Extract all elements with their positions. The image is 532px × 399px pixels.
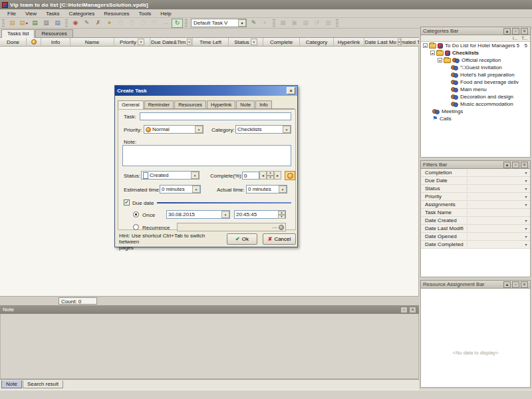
column-estimated-time[interactable]: Estimated Time — [402, 38, 419, 46]
pin-icon[interactable]: ▫ — [512, 162, 519, 168]
chevron-down-icon[interactable]: ▾ — [522, 170, 530, 175]
menu-resources[interactable]: Resources — [99, 10, 134, 17]
timer-button[interactable] — [285, 171, 295, 180]
paste-icon[interactable]: □ — [138, 19, 149, 28]
filter-status[interactable]: Status▾ — [421, 185, 530, 193]
tree-item-official-reception[interactable]: Official reception — [421, 57, 530, 64]
chevron-down-icon[interactable]: ▾ — [522, 226, 530, 231]
group-icon[interactable]: ▤ — [300, 19, 311, 28]
tab-general[interactable]: General — [118, 100, 144, 109]
complete-spinner[interactable]: ▲▼ — [267, 171, 274, 180]
tree-item-meetings[interactable]: Meetings — [421, 108, 530, 115]
recurrence-radio[interactable] — [133, 224, 139, 230]
due-date-filter-icon[interactable]: ▾ — [187, 39, 192, 45]
task-view-dropdown-icon[interactable]: ▾ — [238, 19, 246, 27]
spin-down-icon[interactable]: ▼ — [278, 215, 285, 219]
close-icon[interactable]: × — [409, 307, 416, 313]
filter-completion[interactable]: Completion▾ — [421, 169, 530, 177]
comment-icon[interactable]: ▣ — [289, 19, 300, 28]
tab-reminder[interactable]: Reminder — [144, 100, 174, 108]
menu-categories[interactable]: Categories — [65, 10, 100, 17]
chevron-down-icon[interactable]: ▾ — [522, 202, 530, 207]
column-status[interactable]: Status▾ — [229, 38, 263, 46]
tree-item-music-accommodation[interactable]: Music accommodation — [421, 100, 530, 108]
toolbar-grip[interactable] — [273, 19, 275, 27]
menu-help[interactable]: Help — [156, 10, 176, 17]
note-textarea[interactable] — [122, 145, 291, 166]
chevron-down-icon[interactable]: ▾ — [522, 178, 530, 183]
open-dropdown-icon[interactable]: ▾ — [26, 21, 28, 25]
toolbar-grip[interactable] — [185, 19, 188, 27]
ok-button[interactable]: ✔ Ok — [227, 233, 257, 245]
once-time-spinbox[interactable]: 20:45:45 ▲▼ — [234, 210, 286, 219]
columns-icon[interactable]: ▦ — [277, 19, 289, 28]
column-complete[interactable]: Complete — [263, 38, 300, 46]
collapse-icon[interactable]: ▴ — [503, 162, 511, 168]
column-date-last-modified[interactable]: Date Last Mo▾ — [364, 38, 402, 46]
toolbar-grip[interactable] — [336, 19, 338, 27]
complete-task-icon[interactable]: ● — [104, 19, 115, 28]
tree-item-calls[interactable]: ⚑ Calls — [421, 115, 530, 122]
chevron-down-icon[interactable]: ▾ — [522, 218, 530, 223]
column-name[interactable]: Name — [70, 38, 114, 46]
close-icon[interactable]: × — [521, 162, 528, 168]
filter-date-completed[interactable]: Date Completed▾ — [421, 241, 530, 249]
undo-icon[interactable]: ↺ — [311, 19, 323, 28]
tab-hyperlink[interactable]: Hyperlink — [207, 100, 235, 108]
tab-note[interactable]: Note — [1, 380, 22, 388]
tab-note[interactable]: Note — [236, 100, 255, 108]
menu-tasks[interactable]: Tasks — [41, 10, 64, 17]
tree-item-decoration-design[interactable]: Decoration and design — [421, 93, 530, 100]
column-info[interactable]: Info — [41, 38, 70, 46]
chevron-down-icon[interactable]: ▾ — [522, 234, 530, 239]
chevron-down-icon[interactable]: ▾ — [522, 242, 530, 247]
print-icon[interactable]: ▥ — [41, 19, 52, 28]
save-list-icon[interactable]: ▤ — [29, 19, 41, 28]
tree-item-hall-preparation[interactable]: Hotel's hall preparation — [421, 71, 530, 78]
menu-tools[interactable]: Tools — [134, 10, 156, 17]
filter-date-created[interactable]: Date Created▾ — [421, 217, 530, 225]
status-filter-icon[interactable]: ▾ — [251, 39, 257, 45]
once-radio[interactable] — [133, 211, 139, 217]
chevron-down-icon[interactable]: ▾ — [195, 126, 203, 133]
chevron-down-icon[interactable]: ▾ — [522, 194, 530, 199]
tab-resources[interactable]: Resources — [174, 100, 206, 108]
dialog-titlebar[interactable]: Create Task × — [115, 86, 297, 96]
collapse-expander-icon[interactable] — [430, 51, 435, 55]
estimated-time-combo[interactable]: 0 minutes ▾ — [160, 185, 201, 194]
collapse-icon[interactable]: ▴ — [503, 281, 511, 288]
pin-icon[interactable]: ▫ — [512, 28, 519, 35]
filter-date-opened[interactable]: Date Opened▾ — [421, 233, 530, 241]
tab-resources[interactable]: Resources — [35, 29, 72, 37]
edit-task-icon[interactable]: ✎ — [81, 19, 92, 28]
close-icon[interactable]: × — [521, 281, 528, 288]
refresh-icon[interactable]: ↻ — [172, 19, 183, 28]
actual-time-combo[interactable]: 0 minutes ▾ — [246, 185, 287, 194]
print-preview-icon[interactable]: ▤ — [52, 19, 63, 28]
toolbar-grip[interactable] — [2, 19, 5, 27]
decrease-icon[interactable]: ◄ — [259, 171, 267, 180]
pin-icon[interactable]: ▫ — [512, 281, 519, 288]
priority-filter-icon[interactable]: ▾ — [138, 39, 144, 45]
increase-icon[interactable]: ► — [274, 171, 281, 180]
column-alert[interactable]: ! — [27, 38, 41, 46]
spin-down-icon[interactable]: ▼ — [267, 176, 274, 180]
tree-item-guest-invitation[interactable]: "□Guest invitation — [421, 64, 530, 71]
collapse-expander-icon[interactable] — [438, 58, 442, 63]
chevron-down-icon[interactable]: ▾ — [221, 211, 229, 218]
priority-combo[interactable]: Normal ▾ — [144, 125, 203, 134]
filter-priority[interactable]: Priority▾ — [421, 193, 530, 201]
tab-search-result[interactable]: Search result — [23, 380, 63, 388]
filter-date-last-modified[interactable]: Date Last Modifi▾ — [421, 225, 530, 233]
toolbar-grip[interactable] — [65, 19, 68, 27]
filter-task-name[interactable]: Task Name — [421, 209, 530, 217]
menu-file[interactable]: File — [3, 10, 21, 17]
status-combo[interactable]: Created ▾ — [141, 171, 200, 180]
task-view-combo[interactable]: Default Task V ▾ — [191, 19, 247, 27]
column-done[interactable]: Done — [0, 38, 27, 46]
column-due-date[interactable]: Due Date&Tim▾ — [150, 38, 193, 46]
chevron-down-icon[interactable]: ▾ — [279, 186, 287, 193]
new-list-icon[interactable]: ▤ — [7, 19, 18, 28]
column-priority[interactable]: Priority▾ — [114, 38, 150, 46]
due-date-checkbox[interactable]: ✔ — [124, 200, 130, 205]
